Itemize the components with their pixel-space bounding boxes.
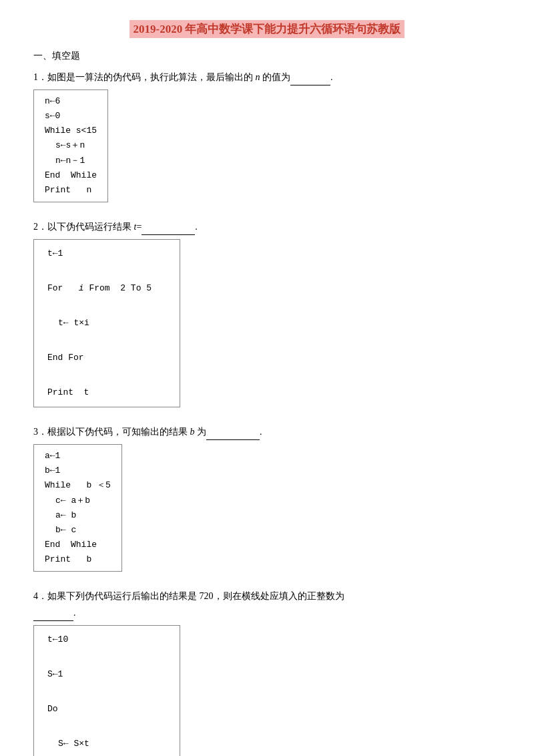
q4-code: t←10 S←1 Do S← S×t t← t－1 Until t< End D… xyxy=(33,625,180,756)
q1-code: n←6 s←0 While s<15 s←s＋n n←n－1 End While… xyxy=(33,89,108,202)
question-2: 2．以下伪代码运行结果 t=. t←1 For i From 2 To 5 t←… xyxy=(33,218,501,414)
q1-text: 1．如图是一算法的伪代码，执行此算法，最后输出的 n 的值为. xyxy=(33,72,333,82)
q2-code: t←1 For i From 2 To 5 t← t×i End For Pri… xyxy=(33,239,180,407)
title: 2019-2020 年高中数学课下能力提升六循环语句苏教版 xyxy=(129,20,405,38)
q3-code: a←1 b←1 While b ＜5 c← a＋b a← b b← c End … xyxy=(33,444,122,572)
question-3: 3．根据以下伪代码，可知输出的结果 b 为. a←1 b←1 While b ＜… xyxy=(33,423,501,578)
q3-text: 3．根据以下伪代码，可知输出的结果 b 为. xyxy=(33,427,262,437)
q4-text: 4．如果下列伪代码运行后输出的结果是 720，则在横线处应填入的正整数为 xyxy=(33,591,344,601)
section-label: 一、填空题 xyxy=(33,50,501,62)
question-1: 1．如图是一算法的伪代码，执行此算法，最后输出的 n 的值为. n←6 s←0 … xyxy=(33,69,501,209)
q2-text: 2．以下伪代码运行结果 t=. xyxy=(33,222,198,232)
question-4: 4．如果下列伪代码运行后输出的结果是 720，则在横线处应填入的正整数为 . t… xyxy=(33,588,501,756)
